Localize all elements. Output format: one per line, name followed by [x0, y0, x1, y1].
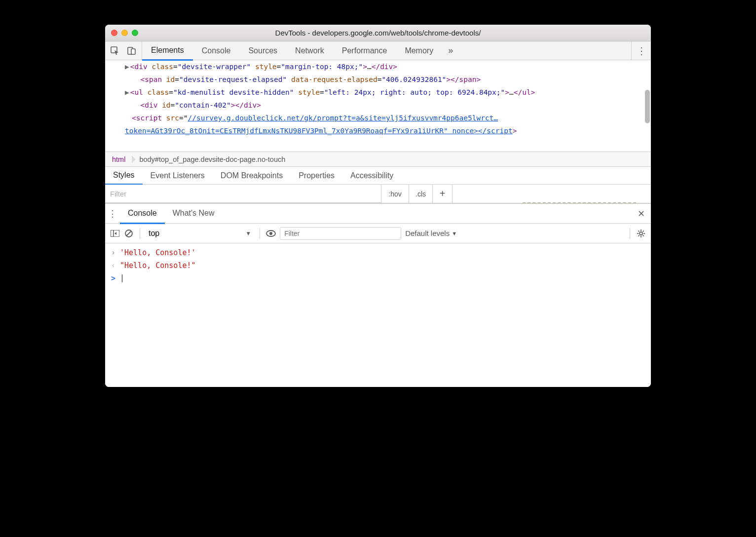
new-style-rule-button[interactable]: + — [433, 185, 453, 203]
svg-rect-4 — [111, 230, 113, 237]
close-drawer-icon[interactable]: ✕ — [631, 208, 651, 219]
subtab-event-listeners[interactable]: Event Listeners — [143, 167, 213, 184]
drawer-panel: ⋮ ConsoleWhat's New ✕ top ▼ — [105, 203, 651, 387]
console-line: ›'Hello, Console!' — [105, 246, 651, 259]
dom-breadcrumbs: html body#top_of_page.devsite-doc-page.n… — [105, 152, 651, 167]
live-expression-icon[interactable] — [266, 229, 276, 238]
dom-node[interactable]: ▶<div class="devsite-wrapper" style="mar… — [105, 60, 651, 73]
breadcrumb-body[interactable]: body#top_of_page.devsite-doc-page.no-tou… — [132, 152, 292, 167]
styles-filter-input[interactable] — [105, 185, 381, 203]
main-tabstrip: ElementsConsoleSourcesNetworkPerformance… — [105, 41, 651, 60]
window-title: DevTools - developers.google.com/web/too… — [105, 29, 651, 37]
zoom-window-button[interactable] — [132, 30, 138, 36]
text-cursor — [122, 274, 122, 282]
breadcrumb-html[interactable]: html — [105, 152, 132, 167]
traffic-lights — [111, 30, 138, 36]
drawer-tab-what-s-new[interactable]: What's New — [165, 203, 223, 224]
dropdown-icon: ▼ — [452, 230, 457, 236]
close-window-button[interactable] — [111, 30, 117, 36]
drawer-menu-icon[interactable]: ⋮ — [105, 208, 120, 219]
devtools-window: DevTools - developers.google.com/web/too… — [105, 25, 651, 387]
elements-scrollbar[interactable] — [645, 90, 650, 123]
drawer-tabstrip: ⋮ ConsoleWhat's New ✕ — [105, 204, 651, 224]
subtab-dom-breakpoints[interactable]: DOM Breakpoints — [213, 167, 291, 184]
class-toggle[interactable]: .cls — [409, 185, 433, 203]
elements-subtabs: StylesEvent ListenersDOM BreakpointsProp… — [105, 167, 651, 185]
svg-line-6 — [126, 231, 131, 236]
log-levels-selector[interactable]: Default levels ▼ — [405, 229, 457, 237]
svg-line-16 — [638, 235, 639, 236]
tab-elements[interactable]: Elements — [142, 41, 193, 61]
subtab-styles[interactable]: Styles — [105, 166, 143, 185]
clear-console-icon[interactable] — [124, 229, 134, 238]
tab-performance[interactable]: Performance — [333, 41, 396, 60]
tab-sources[interactable]: Sources — [239, 41, 286, 60]
svg-rect-2 — [131, 49, 135, 54]
console-sidebar-toggle-icon[interactable] — [110, 229, 120, 238]
svg-point-8 — [269, 232, 272, 235]
subtab-accessibility[interactable]: Accessibility — [342, 167, 401, 184]
styles-filter-row: :hov .cls + — [105, 185, 651, 203]
tab-memory[interactable]: Memory — [396, 41, 442, 60]
more-tabs-button[interactable]: » — [442, 41, 459, 60]
script-src-link[interactable]: //survey.g.doubleclick.net/gk/prompt?t=a… — [188, 114, 498, 122]
console-prompt[interactable]: > — [105, 272, 651, 285]
elements-dom-tree[interactable]: ▶<div class="devsite-wrapper" style="mar… — [105, 60, 651, 152]
dropdown-icon: ▼ — [245, 230, 251, 237]
tab-network[interactable]: Network — [286, 41, 333, 60]
svg-line-14 — [638, 230, 639, 231]
dom-node[interactable]: ▶<ul class="kd-menulist devsite-hidden" … — [105, 86, 651, 99]
hover-state-toggle[interactable]: :hov — [381, 185, 409, 203]
tab-console[interactable]: Console — [193, 41, 240, 60]
svg-line-15 — [643, 235, 644, 236]
svg-line-17 — [643, 230, 644, 231]
window-titlebar: DevTools - developers.google.com/web/too… — [105, 25, 651, 41]
subtab-properties[interactable]: Properties — [291, 167, 342, 184]
dom-node[interactable]: <span id="devsite-request-elapsed" data-… — [105, 73, 651, 86]
inspect-element-icon[interactable] — [110, 46, 120, 56]
console-filter-input[interactable] — [280, 227, 401, 240]
drawer-tab-console[interactable]: Console — [120, 203, 165, 224]
console-toolbar: top ▼ Default levels ▼ — [105, 224, 651, 243]
svg-point-9 — [640, 232, 643, 235]
dom-node[interactable]: <div id="contain-402"></div> — [105, 99, 651, 112]
minimize-window-button[interactable] — [121, 30, 128, 36]
settings-kebab-icon[interactable]: ⋮ — [631, 41, 651, 60]
console-context-label: top — [149, 229, 159, 238]
console-settings-icon[interactable] — [636, 229, 646, 238]
console-context-selector[interactable]: top ▼ — [146, 228, 254, 239]
console-output[interactable]: ›'Hello, Console!'‹"Hello, Console!" > — [105, 243, 651, 387]
console-line: ‹"Hello, Console!" — [105, 259, 651, 272]
device-toolbar-icon[interactable] — [127, 46, 137, 56]
